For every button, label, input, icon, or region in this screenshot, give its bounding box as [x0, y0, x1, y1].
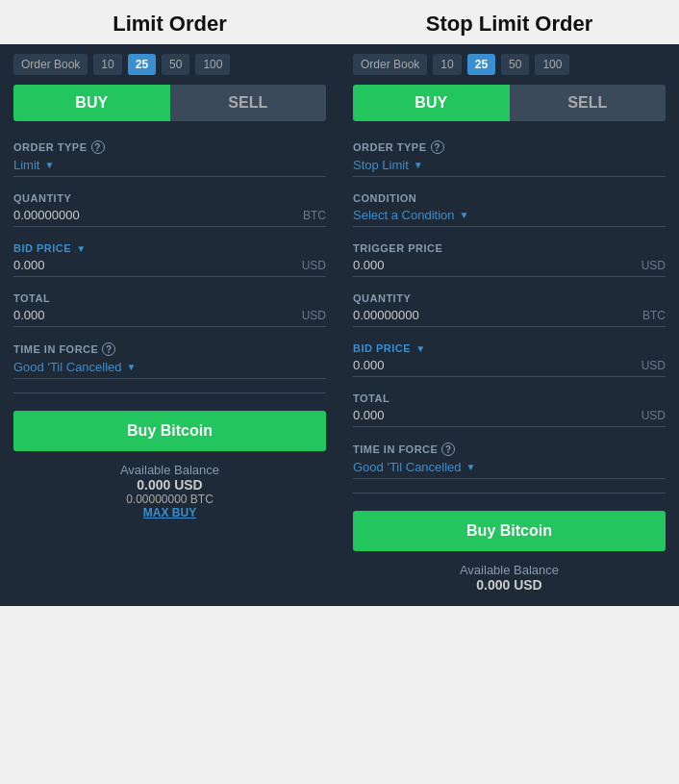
right-tif-label: TIME IN FORCE ? [353, 443, 666, 456]
right-condition-section: CONDITION Select a Condition ▼ [353, 192, 666, 229]
right-sell-button[interactable]: SELL [510, 85, 666, 121]
left-order-book-label: Order Book [13, 54, 88, 75]
right-buy-button[interactable]: BUY [353, 85, 510, 121]
left-total-section: TOTAL USD [13, 292, 326, 329]
left-total-label: TOTAL [13, 292, 326, 304]
right-trigger-price-section: TRIGGER PRICE USD [353, 242, 666, 279]
left-avail-balance: Available Balance 0.000 USD 0.00000000 B… [13, 463, 326, 519]
right-tif-help-icon[interactable]: ? [441, 443, 455, 456]
right-order-book-row: Order Book 10 25 50 100 [353, 54, 666, 75]
right-quantity-unit: BTC [642, 309, 666, 322]
left-order-type-dropdown[interactable]: Limit ▼ [13, 154, 326, 177]
right-quantity-label: QUANTITY [353, 292, 666, 304]
left-ob-50[interactable]: 50 [162, 54, 189, 75]
right-panel-inner: Order Book 10 25 50 100 BUY SELL ORDER T… [340, 44, 679, 606]
right-buy-sell-row: BUY SELL [353, 85, 666, 121]
right-order-type-section: ORDER TYPE ? Stop Limit ▼ [353, 140, 666, 179]
left-sell-button[interactable]: SELL [170, 85, 327, 121]
left-balance-btc: 0.00000000 BTC [13, 493, 326, 506]
left-tif-label: TIME IN FORCE ? [13, 342, 326, 356]
left-tif-arrow-icon: ▼ [127, 362, 137, 372]
left-ob-10[interactable]: 10 [93, 54, 121, 75]
right-total-input[interactable] [353, 408, 603, 422]
right-bid-price-label[interactable]: BID PRICE ▼ [353, 342, 666, 354]
left-panel-inner: Order Book 10 25 50 100 BUY SELL ORDER T… [0, 44, 340, 533]
right-trigger-price-input[interactable] [353, 258, 603, 272]
left-balance-usd: 0.000 USD [13, 477, 326, 493]
left-quantity-row: BTC [13, 204, 326, 227]
left-total-row: USD [13, 304, 326, 327]
left-total-input[interactable] [13, 308, 264, 322]
right-total-unit: USD [641, 409, 666, 422]
left-bid-price-section: BID PRICE ▼ USD [13, 242, 326, 279]
right-condition-label: CONDITION [353, 192, 666, 204]
right-panel-title: Stop Limit Order [340, 0, 679, 44]
right-bid-price-section: BID PRICE ▼ USD [353, 342, 666, 379]
right-quantity-input[interactable] [353, 308, 603, 322]
left-buy-button[interactable]: BUY [13, 85, 170, 121]
right-ob-50[interactable]: 50 [501, 54, 529, 75]
right-bid-price-row: USD [353, 354, 666, 377]
left-tif-dropdown[interactable]: Good 'Til Cancelled ▼ [13, 356, 326, 379]
left-order-type-help-icon[interactable]: ? [91, 140, 105, 154]
right-tif-dropdown[interactable]: Good 'Til Cancelled ▼ [353, 456, 666, 479]
right-trigger-price-unit: USD [641, 259, 666, 272]
left-quantity-input[interactable] [13, 208, 264, 222]
right-divider [353, 493, 666, 493]
left-panel-title: Limit Order [0, 0, 340, 44]
left-bid-price-label[interactable]: BID PRICE ▼ [13, 242, 326, 254]
left-buy-sell-row: BUY SELL [13, 85, 326, 121]
left-order-type-label: ORDER TYPE ? [13, 140, 326, 154]
right-tif-arrow-icon: ▼ [466, 462, 476, 472]
left-bid-price-row: USD [13, 254, 326, 277]
right-bid-price-arrow-icon: ▼ [415, 343, 425, 354]
right-bid-price-unit: USD [641, 359, 666, 372]
right-trigger-price-row: USD [353, 254, 666, 277]
left-ob-100[interactable]: 100 [195, 54, 230, 75]
right-tif-section: TIME IN FORCE ? Good 'Til Cancelled ▼ [353, 443, 666, 479]
right-total-row: USD [353, 404, 666, 427]
right-order-type-dropdown[interactable]: Stop Limit ▼ [353, 154, 666, 177]
left-bid-price-input[interactable] [13, 258, 264, 272]
left-total-unit: USD [302, 309, 326, 322]
right-bid-price-input[interactable] [353, 358, 603, 372]
left-quantity-section: QUANTITY BTC [13, 192, 326, 229]
right-condition-arrow-icon: ▼ [460, 210, 469, 220]
left-divider [13, 392, 326, 393]
right-ob-10[interactable]: 10 [433, 54, 461, 75]
right-ob-25[interactable]: 25 [467, 54, 495, 75]
left-panel: Limit Order Order Book 10 25 50 100 BUY … [0, 0, 340, 606]
left-bid-price-unit: USD [302, 259, 326, 272]
right-total-section: TOTAL USD [353, 392, 666, 429]
left-order-type-section: ORDER TYPE ? Limit ▼ [13, 140, 326, 179]
right-total-label: TOTAL [353, 392, 666, 404]
left-bid-price-arrow-icon: ▼ [76, 243, 86, 254]
left-ob-25[interactable]: 25 [128, 54, 156, 75]
right-avail-balance: Available Balance 0.000 USD [353, 563, 666, 593]
right-quantity-row: BTC [353, 304, 666, 327]
left-quantity-unit: BTC [303, 209, 326, 222]
right-order-type-help-icon[interactable]: ? [431, 140, 444, 154]
right-ob-100[interactable]: 100 [535, 54, 569, 75]
page-wrapper: Limit Order Order Book 10 25 50 100 BUY … [0, 0, 679, 606]
right-order-book-label: Order Book [353, 54, 427, 75]
right-panel: Stop Limit Order Order Book 10 25 50 100… [340, 0, 679, 606]
left-order-book-row: Order Book 10 25 50 100 [13, 54, 326, 75]
right-order-type-label: ORDER TYPE ? [353, 140, 666, 154]
left-tif-section: TIME IN FORCE ? Good 'Til Cancelled ▼ [13, 342, 326, 379]
left-order-type-arrow-icon: ▼ [44, 160, 54, 170]
left-tif-help-icon[interactable]: ? [102, 342, 115, 356]
right-trigger-price-label: TRIGGER PRICE [353, 242, 666, 254]
left-big-buy-button[interactable]: Buy Bitcoin [13, 411, 326, 451]
right-quantity-section: QUANTITY BTC [353, 292, 666, 329]
left-quantity-label: QUANTITY [13, 192, 326, 204]
right-condition-dropdown[interactable]: Select a Condition ▼ [353, 204, 666, 227]
right-big-buy-button[interactable]: Buy Bitcoin [353, 511, 666, 551]
left-max-buy[interactable]: MAX BUY [13, 506, 326, 519]
right-order-type-arrow-icon: ▼ [414, 160, 423, 170]
right-balance-usd: 0.000 USD [353, 577, 666, 593]
